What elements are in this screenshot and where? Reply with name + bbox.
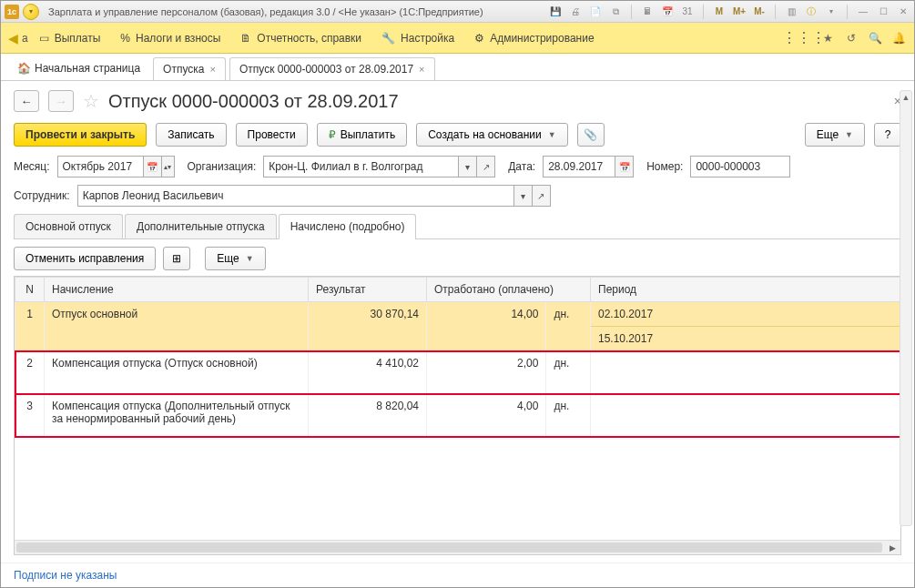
nav-back-button[interactable]: ← [14,90,39,112]
nav-settings[interactable]: 🔧 Настройка [372,28,463,48]
help-button[interactable]: ? [874,123,901,147]
date-input[interactable]: 28.09.2017 [543,156,615,177]
tab-accrued-detail[interactable]: Начислено (подробно) [279,214,417,238]
m-button[interactable]: M [712,5,727,19]
cell-n: 2 [15,351,45,394]
columns-settings-button[interactable]: ⊞ [163,247,190,270]
nav-label: Налоги и взносы [136,32,220,45]
month-input[interactable]: Октябрь 2017 [57,156,144,177]
save-icon[interactable]: 💾 [548,5,563,19]
table-row[interactable]: 2 Компенсация отпуска (Отпуск основной) … [15,351,900,394]
nav-admin[interactable]: ⚙ Администрирование [465,28,603,48]
table-row[interactable]: 1 Отпуск основной 30 870,14 14,00 дн. 02… [15,302,900,351]
calendar-icon[interactable]: 📅 [660,5,675,19]
employee-input[interactable]: Карпов Леонид Васильевич [77,185,514,207]
cell-unit: дн. [546,302,591,351]
create-based-button[interactable]: Создать на основании▼ [416,123,567,147]
tab-vacation-doc[interactable]: Отпуск 0000-000003 от 28.09.2017 × [229,57,435,80]
col-n[interactable]: N [15,278,45,302]
close-icon[interactable]: × [419,64,424,75]
signatures-link[interactable]: Подписи не указаны [1,563,914,587]
period-to: 15.10.2017 [591,327,900,350]
tab-main-vacation[interactable]: Основной отпуск [14,214,123,238]
bell-icon[interactable]: 🔔 [890,30,907,46]
accruals-table: N Начисление Результат Отработано (оплач… [15,277,900,437]
cell-accrual: Отпуск основной [45,302,309,351]
attachments-button[interactable]: 📎 [577,123,605,147]
home-icon: 🏠 [17,62,31,75]
history-icon[interactable]: ↺ [843,30,859,46]
dropdown-icon[interactable]: ▾ [459,156,477,177]
print-icon[interactable]: 🖨 [568,5,583,19]
org-field-group: Крон-Ц. Филиал в г. Волгоград ▾ ↗ [263,156,495,177]
open-icon[interactable]: ↗ [533,185,551,207]
wrench-icon: 🔧 [381,32,395,45]
col-worked[interactable]: Отработано (оплачено) [427,278,591,302]
more-button[interactable]: Еще▼ [205,247,265,270]
minimize-icon[interactable]: — [856,5,870,19]
close-icon[interactable]: × [210,64,216,75]
more-button[interactable]: Еще▼ [805,123,865,147]
info-icon[interactable]: ⓘ [804,5,818,19]
tab-toolbar: Отменить исправления ⊞ Еще▼ [14,247,901,270]
m-minus-button[interactable]: M- [752,5,767,19]
cancel-corrections-button[interactable]: Отменить исправления [14,247,156,270]
tab-additional-vacations[interactable]: Дополнительные отпуска [125,214,277,238]
tab-vacations[interactable]: Отпуска × [153,57,226,80]
cell-n: 1 [15,302,45,351]
table-row[interactable]: 3 Компенсация отпуска (Дополнительный от… [15,394,900,437]
horizontal-scrollbar[interactable]: ▶ [15,540,900,554]
pay-button[interactable]: ₽Выплатить [317,123,408,147]
month-field-group: Октябрь 2017 📅 ▴▾ [57,156,175,177]
calendar-icon[interactable]: 📅 [144,156,162,177]
vertical-scrollbar[interactable]: ▲ [900,90,912,526]
back-icon[interactable]: ◀ [8,31,18,46]
compare-icon[interactable]: ⧉ [608,5,623,19]
nav-label: Выплаты [55,32,101,45]
pay-icon: ₽ [329,128,336,141]
nav-taxes[interactable]: % Налоги и взносы [111,28,229,48]
spinner-icon[interactable]: ▴▾ [162,156,175,177]
cell-result: 4 410,02 [309,351,427,394]
m-plus-button[interactable]: M+ [732,5,747,19]
save-button[interactable]: Записать [156,123,226,147]
separator [703,5,704,19]
number-label: Номер: [646,160,683,173]
search-icon[interactable]: 🔍 [867,30,883,46]
panel-icon[interactable]: ▥ [784,5,798,19]
org-label: Организация: [188,160,257,173]
calc-icon[interactable]: 🖩 [640,5,655,19]
nav-reports[interactable]: 🗎 Отчетность, справки [231,28,371,48]
scroll-up-icon[interactable]: ▲ [900,91,911,104]
app-menu-dropdown[interactable]: ▾ [23,4,39,20]
nav-forward-button[interactable]: → [48,90,74,112]
col-accrual[interactable]: Начисление [45,278,309,302]
cell-period [591,351,900,394]
col-result[interactable]: Результат [309,278,427,302]
post-and-close-button[interactable]: Провести и закрыть [14,123,147,147]
dropdown-icon[interactable]: ▾ [514,185,533,207]
post-button[interactable]: Провести [236,123,308,147]
org-input[interactable]: Крон-Ц. Филиал в г. Волгоград [263,156,459,177]
star-icon[interactable]: ★ [819,30,836,46]
maximize-icon[interactable]: ☐ [876,5,890,19]
open-icon[interactable]: ↗ [477,156,495,177]
cell-accrual: Компенсация отпуска (Дополнительный отпу… [45,394,309,437]
info-dropdown-icon[interactable]: ▾ [824,5,839,19]
nav-payments[interactable]: ▭ Выплаты [30,28,110,48]
home-tab[interactable]: 🏠 Начальная страница [8,56,149,80]
date-icon[interactable]: 31 [680,5,695,19]
favorite-icon[interactable]: ☆ [83,90,99,112]
col-period[interactable]: Период [591,278,900,302]
apps-icon[interactable]: ⋮⋮⋮ [796,30,812,46]
tab-label: Отпуска [163,63,204,76]
app-window: 1c ▾ Зарплата и управление персоналом (б… [0,0,915,588]
document-icon[interactable]: 📄 [588,5,603,19]
nav-label: Отчетность, справки [257,32,361,45]
number-input[interactable]: 0000-000003 [690,156,790,177]
scroll-right-icon[interactable]: ▶ [886,542,899,554]
close-window-icon[interactable]: ✕ [896,5,910,19]
calendar-icon[interactable]: 📅 [615,156,634,177]
scrollbar-thumb[interactable] [16,542,882,553]
separator [847,5,848,19]
